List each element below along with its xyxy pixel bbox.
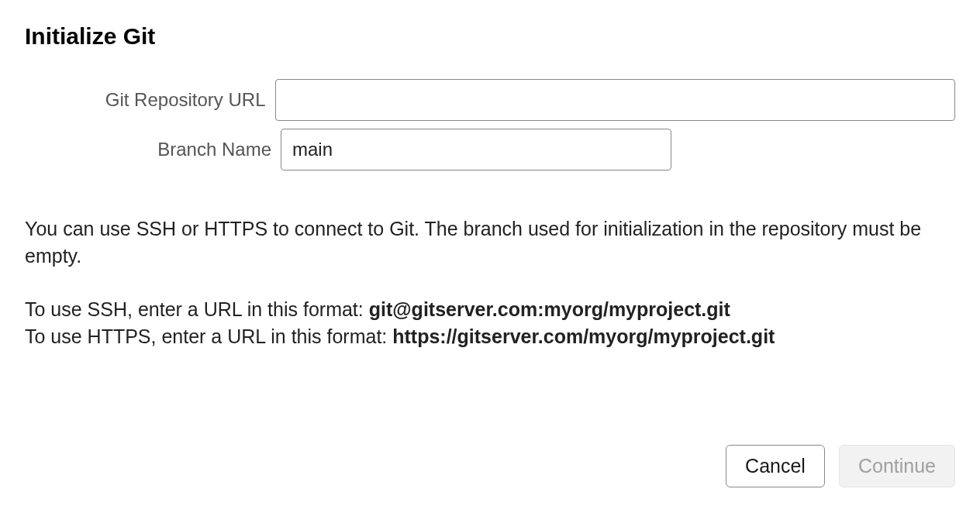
git-url-input[interactable] bbox=[275, 79, 956, 121]
help-https-example: https://gitserver.com/myorg/myproject.gi… bbox=[392, 325, 775, 347]
branch-name-label: Branch Name bbox=[25, 139, 281, 160]
help-text-block: You can use SSH or HTTPS to connect to G… bbox=[25, 215, 955, 350]
help-ssh-line: To use SSH, enter a URL in this format: … bbox=[25, 296, 955, 323]
help-https-prefix: To use HTTPS, enter a URL in this format… bbox=[25, 325, 392, 347]
row-git-url: Git Repository URL bbox=[25, 79, 955, 121]
help-intro: You can use SSH or HTTPS to connect to G… bbox=[25, 215, 955, 270]
page-title: Initialize Git bbox=[25, 23, 955, 50]
help-ssh-prefix: To use SSH, enter a URL in this format: bbox=[25, 298, 369, 320]
help-https-line: To use HTTPS, enter a URL in this format… bbox=[25, 323, 955, 350]
help-ssh-example: git@gitserver.com:myorg/myproject.git bbox=[369, 298, 730, 320]
git-url-label: Git Repository URL bbox=[25, 89, 275, 111]
dialog-footer: Cancel Continue bbox=[726, 445, 955, 487]
cancel-button[interactable]: Cancel bbox=[726, 445, 825, 487]
continue-button[interactable]: Continue bbox=[839, 445, 955, 487]
row-branch-name: Branch Name bbox=[25, 129, 955, 170]
branch-name-input[interactable] bbox=[281, 129, 671, 170]
